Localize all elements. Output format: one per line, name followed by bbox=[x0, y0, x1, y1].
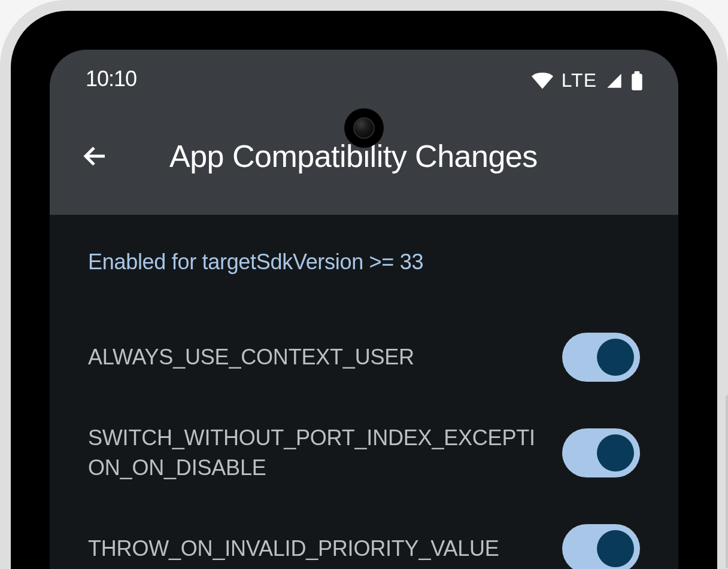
toggle-thumb bbox=[597, 530, 634, 567]
camera-punch-hole bbox=[344, 108, 384, 148]
toggle-switch[interactable] bbox=[562, 428, 640, 477]
svg-rect-0 bbox=[632, 74, 642, 90]
network-type-label: LTE bbox=[562, 69, 597, 92]
setting-row[interactable]: SWITCH_WITHOUT_PORT_INDEX_EXCEPTION_ON_D… bbox=[88, 405, 640, 501]
phone-frame-mid: 10:10 LTE bbox=[11, 11, 717, 569]
setting-label: SWITCH_WITHOUT_PORT_INDEX_EXCEPTION_ON_D… bbox=[88, 423, 538, 483]
toggle-thumb bbox=[597, 339, 634, 376]
setting-row[interactable]: ALWAYS_USE_CONTEXT_USER bbox=[88, 309, 640, 405]
status-indicators: LTE bbox=[532, 69, 642, 92]
setting-row[interactable]: THROW_ON_INVALID_PRIORITY_VALUE bbox=[88, 501, 640, 569]
setting-label: THROW_ON_INVALID_PRIORITY_VALUE bbox=[88, 534, 538, 564]
svg-rect-1 bbox=[635, 71, 640, 75]
back-button[interactable] bbox=[78, 139, 112, 173]
camera-lens bbox=[353, 117, 375, 139]
status-time: 10:10 bbox=[86, 66, 136, 92]
section-header: Enabled for targetSdkVersion >= 33 bbox=[88, 249, 640, 275]
battery-icon bbox=[632, 71, 642, 90]
status-bar: 10:10 LTE bbox=[50, 50, 678, 98]
toggle-thumb bbox=[597, 434, 634, 471]
toggle-switch[interactable] bbox=[562, 333, 640, 382]
phone-screen: 10:10 LTE bbox=[50, 50, 678, 569]
toggle-switch[interactable] bbox=[562, 524, 640, 569]
setting-label: ALWAYS_USE_CONTEXT_USER bbox=[88, 342, 538, 372]
signal-icon bbox=[605, 72, 623, 89]
phone-frame: 10:10 LTE bbox=[0, 0, 728, 569]
wifi-icon bbox=[532, 72, 553, 89]
back-arrow-icon bbox=[81, 142, 110, 171]
phone-side-button bbox=[726, 395, 728, 568]
content-area: Enabled for targetSdkVersion >= 33 ALWAY… bbox=[50, 215, 678, 569]
phone-frame-inner: 10:10 LTE bbox=[34, 34, 694, 569]
